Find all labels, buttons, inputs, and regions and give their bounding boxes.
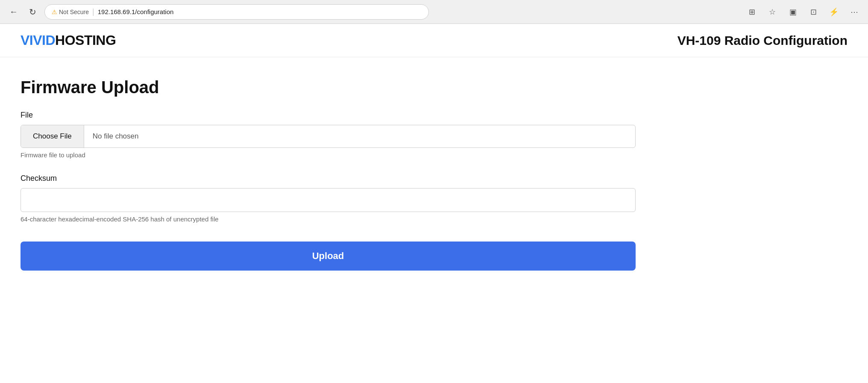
split-screen-button[interactable]: ▣ (786, 5, 800, 19)
file-form-group: File Choose File No file chosen Firmware… (21, 111, 663, 159)
site-header: VIVIDHOSTING VH-109 Radio Configuration (0, 24, 868, 57)
page-wrapper: VIVIDHOSTING VH-109 Radio Configuration … (0, 24, 868, 383)
checksum-input[interactable] (21, 188, 636, 212)
logo-vivid: VIVID (21, 32, 55, 48)
back-button[interactable]: ← (7, 5, 21, 19)
url-display: 192.168.69.1/configuration (98, 8, 174, 15)
url-separator: | (92, 7, 94, 16)
more-options-button[interactable]: ⋯ (847, 5, 861, 19)
browser-actions: ⊞ ☆ ▣ ⊡ ⚡ ⋯ (745, 5, 861, 19)
address-bar[interactable]: ⚠ Not Secure | 192.168.69.1/configuratio… (44, 4, 429, 20)
browser-chrome: ← ↻ ⚠ Not Secure | 192.168.69.1/configur… (0, 0, 868, 24)
collections-button[interactable]: ⊡ (806, 5, 820, 19)
file-input-wrapper: Choose File No file chosen (21, 125, 636, 148)
not-secure-label: Not Secure (59, 9, 89, 15)
section-title: Firmware Upload (21, 78, 663, 97)
extensions-button[interactable]: ⚡ (827, 5, 841, 19)
upload-button[interactable]: Upload (21, 242, 636, 271)
reader-mode-button[interactable]: ⊞ (745, 5, 759, 19)
warning-icon: ⚠ (52, 9, 57, 15)
file-hint: Firmware file to upload (21, 151, 663, 159)
refresh-button[interactable]: ↻ (26, 5, 39, 19)
checksum-label: Checksum (21, 174, 663, 183)
logo: VIVIDHOSTING (21, 32, 116, 48)
checksum-hint: 64-character hexadecimal-encoded SHA-256… (21, 215, 663, 223)
checksum-form-group: Checksum 64-character hexadecimal-encode… (21, 174, 663, 223)
main-content: Firmware Upload File Choose File No file… (0, 57, 683, 291)
logo-hosting: HOSTING (55, 32, 116, 48)
choose-file-button[interactable]: Choose File (21, 125, 84, 147)
favorites-button[interactable]: ☆ (765, 5, 779, 19)
not-secure-indicator: ⚠ Not Secure (52, 9, 89, 15)
no-file-text: No file chosen (84, 125, 147, 147)
file-label: File (21, 111, 663, 120)
page-title: VH-109 Radio Configuration (677, 33, 847, 48)
